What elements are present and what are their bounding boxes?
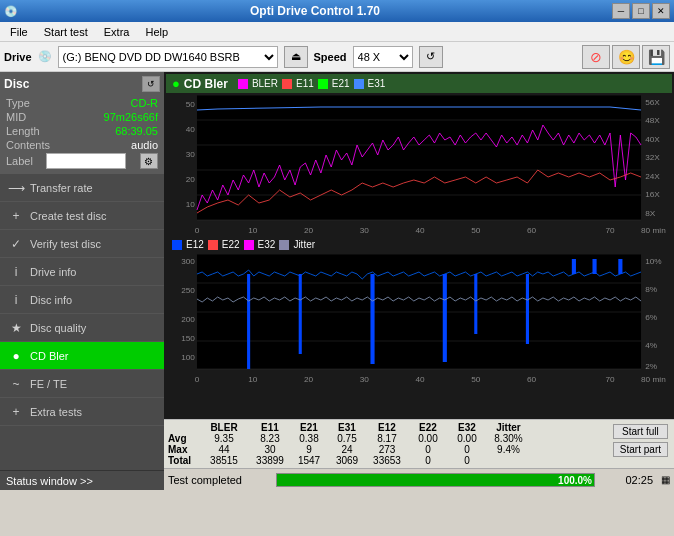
nav-label-fe-te: FE / TE [30, 378, 67, 390]
max-jitter: 9.4% [486, 444, 531, 455]
minimize-button[interactable]: ─ [612, 3, 630, 19]
svg-text:250: 250 [181, 286, 195, 295]
svg-text:20: 20 [186, 175, 196, 184]
content-area: ● CD Bler BLER E11 E21 E31 50 40 [164, 72, 674, 490]
drive-select[interactable]: (G:) BENQ DVD DD DW1640 BSRB [58, 46, 278, 68]
chart1-header: ● CD Bler BLER E11 E21 E31 [166, 74, 672, 93]
max-label: Max [168, 444, 198, 455]
status-indicator: ▦ [661, 474, 670, 485]
avg-row: Avg 9.35 8.23 0.38 0.75 8.17 0.00 0.00 8… [168, 433, 611, 444]
svg-text:200: 200 [181, 315, 195, 324]
face-button[interactable]: 😊 [612, 45, 640, 69]
start-full-button[interactable]: Start full [613, 424, 668, 439]
disc-label-key: Label [6, 155, 33, 167]
maximize-button[interactable]: □ [632, 3, 650, 19]
svg-text:20: 20 [304, 375, 314, 384]
svg-text:0: 0 [195, 226, 200, 235]
statusbar: Test completed 100.0% 02:25 ▦ [164, 468, 674, 490]
nav-icon-extra-tests: + [8, 404, 24, 420]
total-e11: 33899 [250, 455, 290, 466]
legend2-e22-label: E22 [222, 239, 240, 250]
avg-e11: 8.23 [250, 433, 290, 444]
chart1-title: CD Bler [184, 77, 228, 91]
total-e31: 3069 [328, 455, 366, 466]
sidebar-item-cd-bler[interactable]: ●CD Bler [0, 342, 164, 370]
disc-contents-row: Contents audio [4, 138, 160, 152]
label-gear-button[interactable]: ⚙ [140, 153, 158, 169]
sidebar-item-disc-info[interactable]: iDisc info [0, 286, 164, 314]
win-status-bar[interactable]: Status window >> [0, 470, 164, 490]
svg-text:40: 40 [415, 375, 425, 384]
drive-icon: 💿 [38, 50, 52, 63]
legend1-e11-color [282, 79, 292, 89]
total-e32: 0 [448, 455, 486, 466]
max-e31: 24 [328, 444, 366, 455]
sidebar-item-create-test-disc[interactable]: +Create test disc [0, 202, 164, 230]
nav-icon-verify-test-disc: ✓ [8, 236, 24, 252]
drivebar: Drive 💿 (G:) BENQ DVD DD DW1640 BSRB ⏏ S… [0, 42, 674, 72]
progress-percent: 100.0% [558, 474, 592, 488]
legend2-e12-color [172, 240, 182, 250]
close-button[interactable]: ✕ [652, 3, 670, 19]
disc-mid-row: MID 97m26s66f [4, 110, 160, 124]
legend1-bler-color [238, 79, 248, 89]
max-e22: 0 [408, 444, 448, 455]
nav-label-transfer-rate: Transfer rate [30, 182, 93, 194]
refresh-button[interactable]: ↺ [419, 46, 443, 68]
chart2-area: 300 250 200 150 100 10% 8% 6% 4% 2% [166, 254, 672, 417]
svg-text:32X: 32X [645, 153, 660, 162]
cancel-button[interactable]: ⊘ [582, 45, 610, 69]
max-e32: 0 [448, 444, 486, 455]
disc-length-label: Length [6, 125, 40, 137]
disc-type-value: CD-R [131, 97, 159, 109]
disc-contents-value: audio [131, 139, 158, 151]
svg-text:60: 60 [527, 375, 537, 384]
svg-text:24X: 24X [645, 172, 660, 181]
start-part-button[interactable]: Start part [613, 442, 668, 457]
status-time: 02:25 [603, 474, 653, 486]
nav-label-disc-info: Disc info [30, 294, 72, 306]
col-e22: E22 [408, 422, 448, 433]
sidebar-item-disc-quality[interactable]: ★Disc quality [0, 314, 164, 342]
legend2-jitter-color [279, 240, 289, 250]
disc-type-label: Type [6, 97, 30, 109]
menu-help[interactable]: Help [137, 24, 176, 40]
disc-label-input[interactable] [46, 153, 126, 169]
svg-text:8%: 8% [645, 285, 657, 294]
sidebar-item-transfer-rate[interactable]: ⟶Transfer rate [0, 174, 164, 202]
menu-extra[interactable]: Extra [96, 24, 138, 40]
speed-select[interactable]: 48 X [353, 46, 413, 68]
disc-refresh-button[interactable]: ↺ [142, 76, 160, 92]
svg-text:30: 30 [360, 226, 370, 235]
sidebar-item-extra-tests[interactable]: +Extra tests [0, 398, 164, 426]
menu-start-test[interactable]: Start test [36, 24, 96, 40]
sidebar-item-verify-test-disc[interactable]: ✓Verify test disc [0, 230, 164, 258]
max-e11: 30 [250, 444, 290, 455]
disc-length-row: Length 68:39.05 [4, 124, 160, 138]
sidebar-item-fe-te[interactable]: ~FE / TE [0, 370, 164, 398]
save-button[interactable]: 💾 [642, 45, 670, 69]
sidebar-item-drive-info[interactable]: iDrive info [0, 258, 164, 286]
eject-button[interactable]: ⏏ [284, 46, 308, 68]
svg-text:40: 40 [415, 226, 425, 235]
stats-area: BLER E11 E21 E31 E12 E22 E32 Jitter Avg … [164, 419, 674, 468]
progress-fill [277, 474, 594, 486]
disc-length-value: 68:39.05 [115, 125, 158, 137]
nav-label-cd-bler: CD Bler [30, 350, 69, 362]
total-e12: 33653 [366, 455, 408, 466]
win-status-text[interactable]: Status window >> [6, 475, 93, 487]
disc-label-row: Label ⚙ [4, 152, 160, 170]
svg-text:40: 40 [186, 125, 196, 134]
legend2-jitter-label: Jitter [293, 239, 315, 250]
avg-e22: 0.00 [408, 433, 448, 444]
total-e22: 0 [408, 455, 448, 466]
menu-file[interactable]: File [2, 24, 36, 40]
avg-e31: 0.75 [328, 433, 366, 444]
chart2-legend: E12 E22 E32 Jitter [166, 237, 672, 252]
nav-label-extra-tests: Extra tests [30, 406, 82, 418]
nav-icon-disc-quality: ★ [8, 320, 24, 336]
legend2-e22-color [208, 240, 218, 250]
svg-text:150: 150 [181, 334, 195, 343]
action-buttons: ⊘ 😊 💾 [582, 45, 670, 69]
total-row: Total 38515 33899 1547 3069 33653 0 0 [168, 455, 611, 466]
